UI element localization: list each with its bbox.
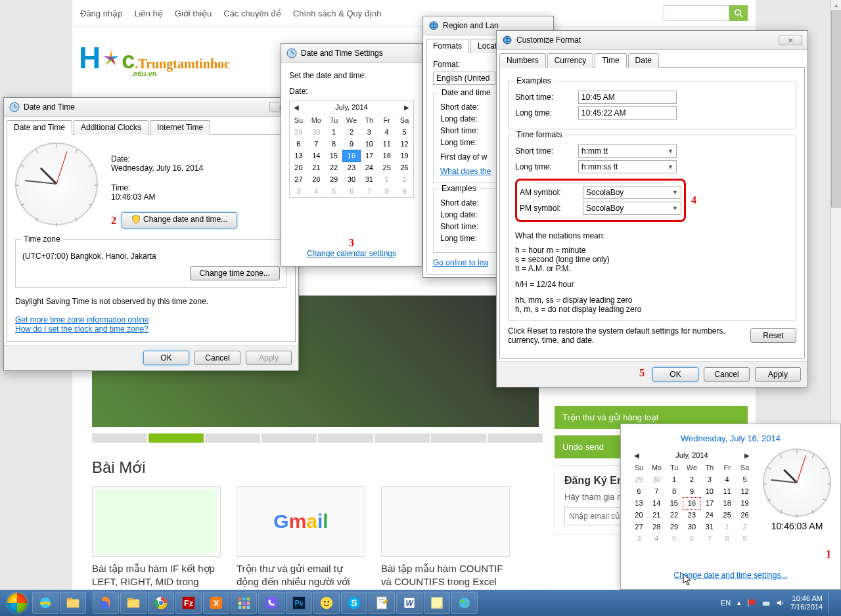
svg-rect-31 — [242, 602, 246, 605]
nav-link[interactable]: Chính sách & Quy định — [293, 9, 382, 18]
nav-link[interactable]: Đăng nhập — [80, 9, 122, 18]
search-input[interactable] — [664, 5, 729, 21]
annotation-4: 4 — [691, 194, 696, 206]
cal-month: July, 2014 — [335, 103, 367, 111]
reset-button[interactable]: Reset — [750, 328, 796, 343]
close-button[interactable]: ✕ — [779, 35, 802, 45]
taskbar-globe[interactable] — [451, 592, 478, 614]
taskbar-firefox[interactable] — [93, 592, 119, 614]
tab-currency[interactable]: Currency — [547, 53, 594, 68]
go-online-link[interactable]: Go online to lea — [433, 258, 488, 267]
notations-header: What the notations mean: — [515, 231, 789, 240]
svg-text:X: X — [214, 598, 219, 608]
cal-next[interactable]: ▶ — [744, 452, 750, 459]
change-timezone-button[interactable]: Change time zone... — [190, 266, 280, 280]
clock-icon — [286, 48, 297, 58]
tz-info-link[interactable]: Get more time zone information online — [15, 315, 148, 324]
svg-rect-35 — [247, 606, 250, 609]
taskbar-chrome[interactable] — [148, 592, 174, 614]
tray-clock[interactable]: 10:46 AM 7/16/2014 — [790, 594, 823, 611]
svg-point-40 — [324, 601, 326, 603]
ok-button[interactable]: OK — [143, 351, 189, 365]
flag-icon[interactable] — [747, 598, 756, 607]
date-value: Wednesday, July 16, 2014 — [111, 164, 237, 173]
am-symbol-combo[interactable]: SocolaBoy▼ — [583, 186, 681, 199]
long-time-example — [578, 106, 677, 120]
taskbar-ie[interactable] — [32, 592, 58, 614]
taskbar-skype[interactable]: S — [341, 592, 367, 614]
tray-calendar-popout: Wednesday, July 16, 2014 ◀ July, 2014 ▶ … — [620, 424, 841, 590]
pm-symbol-combo[interactable]: SocolaBoy▼ — [583, 202, 681, 215]
format-combo[interactable]: English (United — [433, 72, 495, 85]
tray-lang[interactable]: EN — [721, 599, 731, 607]
short-time-combo[interactable]: h:mm tt▼ — [578, 144, 677, 158]
dst-note: Daylight Saving Time is not observed by … — [15, 297, 287, 306]
taskbar-sticky-notes[interactable] — [424, 592, 450, 614]
show-desktop-button[interactable] — [828, 592, 834, 614]
tab-internet-time[interactable]: Internet Time — [150, 120, 210, 135]
tab-time[interactable]: Time — [595, 53, 626, 68]
tab-formats[interactable]: Formats — [426, 39, 469, 53]
window-title: Date and Time Settings — [301, 49, 417, 58]
taskbar-notepad[interactable] — [369, 592, 395, 614]
clock-help-link[interactable]: How do I set the clock and time zone? — [15, 324, 148, 334]
svg-rect-27 — [239, 598, 242, 601]
taskbar-explorer-2[interactable] — [120, 592, 147, 614]
customize-format-window: Customize Format ✕ Numbers Currency Time… — [496, 30, 808, 387]
long-time-combo[interactable]: h:mm:ss tt▼ — [578, 160, 677, 173]
annotation-1: 1 — [826, 548, 831, 560]
article-card[interactable]: Bài tập mẫu hàm COUNTIF và COUNTIFS tron… — [381, 486, 510, 588]
nav-link[interactable]: Giới thiệu — [175, 9, 212, 18]
svg-point-0 — [735, 10, 740, 15]
tab-numbers[interactable]: Numbers — [499, 53, 546, 68]
taskbar-explorer[interactable] — [60, 592, 86, 614]
what-link[interactable]: What does the — [440, 167, 491, 176]
svg-rect-30 — [239, 602, 242, 605]
nav-link[interactable]: Liên hệ — [134, 9, 162, 18]
tray-date-header: Wednesday, July 16, 2014 — [630, 433, 831, 443]
apply-button: Apply — [246, 351, 292, 365]
calendar[interactable]: ◀ July, 2014 ▶ SuMoTuWeThFrSa29301234567… — [289, 100, 414, 198]
tray-arrow-icon[interactable]: ▲ — [736, 600, 742, 606]
svg-text:Fz: Fz — [184, 598, 194, 608]
cal-next[interactable]: ▶ — [404, 104, 409, 111]
date-time-settings-window: Date and Time Settings Set the date and … — [281, 43, 422, 267]
windows-orb-icon — [7, 593, 27, 613]
taskbar-xampp[interactable]: X — [203, 592, 229, 614]
tab-date-time[interactable]: Date and Time — [7, 120, 72, 135]
short-time-example — [578, 91, 677, 104]
speaker-icon[interactable] — [776, 598, 785, 607]
taskbar-app-grid[interactable] — [231, 592, 257, 614]
star-icon — [101, 49, 121, 68]
article-card[interactable]: Bài tập mẫu hàm IF kết hợp LEFT, RIGHT, … — [92, 486, 221, 588]
svg-rect-53 — [763, 602, 770, 605]
svg-text:Ps: Ps — [295, 600, 304, 607]
change-date-time-button[interactable]: Change date and time... — [122, 212, 237, 229]
start-button[interactable] — [3, 592, 32, 614]
taskbar-yahoo[interactable] — [313, 592, 340, 614]
tab-date[interactable]: Date — [628, 53, 659, 68]
cal-prev[interactable]: ◀ — [294, 104, 299, 111]
taskbar-viber[interactable] — [258, 592, 284, 614]
taskbar-word[interactable]: W — [396, 592, 422, 614]
tray-calendar[interactable]: ◀ July, 2014 ▶ SuMoTuWeThFrSa29301234567… — [630, 449, 754, 544]
taskbar-filezilla[interactable]: Fz — [175, 592, 202, 614]
apply-button[interactable]: Apply — [755, 367, 801, 382]
tab-additional-clocks[interactable]: Additional Clocks — [74, 120, 148, 135]
change-calendar-settings-link[interactable]: Change calendar settings — [307, 249, 396, 258]
article-card[interactable]: Gmail Trộn thư và gửi email tự động đến … — [237, 486, 365, 588]
cal-prev[interactable]: ◀ — [634, 452, 639, 459]
taskbar-photoshop[interactable]: Ps — [286, 592, 312, 614]
svg-text:W: W — [405, 599, 414, 608]
cancel-button[interactable]: Cancel — [704, 367, 750, 382]
ok-button[interactable]: OK — [652, 367, 698, 382]
svg-rect-51 — [748, 600, 756, 605]
network-icon[interactable] — [761, 598, 771, 607]
search-icon — [734, 9, 743, 18]
svg-rect-19 — [127, 598, 133, 601]
search-button[interactable] — [729, 5, 748, 21]
svg-rect-32 — [247, 602, 250, 605]
nav-link[interactable]: Các chuyên đề — [223, 9, 281, 18]
annotation-3: 3 — [349, 237, 354, 248]
cancel-button[interactable]: Cancel — [194, 351, 240, 365]
